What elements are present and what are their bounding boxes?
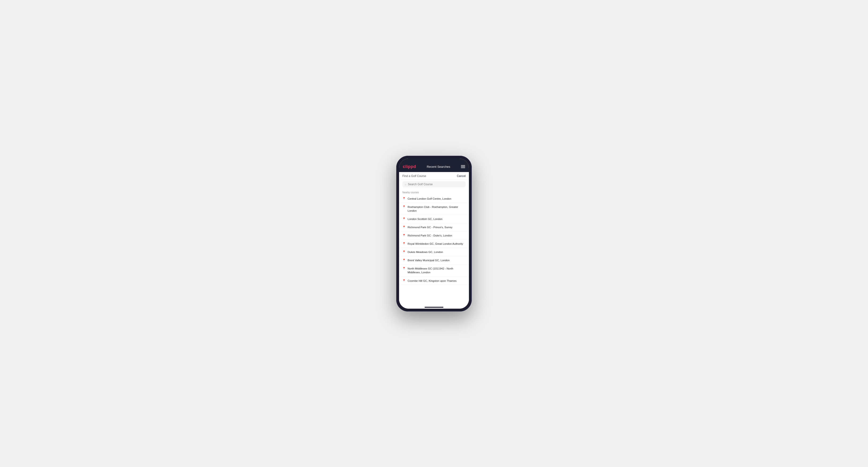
location-icon: 📍 <box>402 217 406 220</box>
location-icon: 📍 <box>402 242 406 245</box>
location-icon: 📍 <box>402 267 406 270</box>
search-input[interactable] <box>408 183 463 186</box>
course-name: Royal Wimbledon GC, Great London Authori… <box>408 242 463 246</box>
course-item[interactable]: 📍 Coombe Hill GC, Kingston upon Thames <box>399 277 469 285</box>
location-icon: 📍 <box>402 259 406 262</box>
course-item[interactable]: 📍 London Scottish GC, London <box>399 215 469 223</box>
course-name: Roehampton Club - Roehampton, Greater Lo… <box>408 205 466 213</box>
course-name: Brent Valley Municipal GC, London <box>408 258 450 262</box>
course-name: London Scottish GC, London <box>408 217 442 221</box>
course-name: Dukes Meadows GC, London <box>408 250 443 254</box>
course-item[interactable]: 📍 Central London Golf Centre, London <box>399 195 469 203</box>
course-item[interactable]: 📍 Richmond Park GC - Duke's, London <box>399 231 469 240</box>
app-logo: clippd <box>403 164 416 169</box>
location-icon: 📍 <box>402 226 406 229</box>
menu-icon[interactable] <box>461 165 465 168</box>
phone-screen: clippd Recent Searches Find a Golf Cours… <box>399 159 469 309</box>
course-item[interactable]: 📍 Royal Wimbledon GC, Great London Autho… <box>399 240 469 248</box>
header-title: Recent Searches <box>427 165 450 168</box>
menu-line-2 <box>461 166 465 167</box>
courses-list: 📍 Central London Golf Centre, London 📍 R… <box>399 195 469 285</box>
home-indicator <box>399 305 469 309</box>
course-item[interactable]: 📍 Brent Valley Municipal GC, London <box>399 256 469 264</box>
search-input-wrapper: ⌕ <box>402 181 466 187</box>
location-icon: 📍 <box>402 205 406 208</box>
search-icon: ⌕ <box>405 183 406 186</box>
course-name: North Middlesex GC (1011942 - North Midd… <box>408 267 466 274</box>
find-bar: Find a Golf Course Cancel <box>399 172 469 180</box>
course-name: Richmond Park GC - Duke's, London <box>408 234 452 238</box>
nearby-section-label: Nearby courses <box>399 189 469 195</box>
course-item[interactable]: 📍 Richmond Park GC - Prince's, Surrey <box>399 223 469 231</box>
cancel-button[interactable]: Cancel <box>457 175 466 178</box>
menu-line-3 <box>461 167 465 168</box>
course-name: Richmond Park GC - Prince's, Surrey <box>408 225 453 229</box>
location-icon: 📍 <box>402 197 406 200</box>
app-header: clippd Recent Searches <box>399 162 469 172</box>
course-item[interactable]: 📍 North Middlesex GC (1011942 - North Mi… <box>399 264 469 277</box>
course-item[interactable]: 📍 Roehampton Club - Roehampton, Greater … <box>399 203 469 215</box>
phone-frame: clippd Recent Searches Find a Golf Cours… <box>396 156 472 311</box>
courses-section: Nearby courses 📍 Central London Golf Cen… <box>399 189 469 305</box>
course-name: Coombe Hill GC, Kingston upon Thames <box>408 279 457 283</box>
status-bar <box>399 159 469 162</box>
search-container: ⌕ <box>399 180 469 189</box>
course-item[interactable]: 📍 Dukes Meadows GC, London <box>399 248 469 256</box>
location-icon: 📍 <box>402 250 406 253</box>
course-name: Central London Golf Centre, London <box>408 197 451 200</box>
find-bar-title: Find a Golf Course <box>402 175 426 178</box>
location-icon: 📍 <box>402 279 406 282</box>
home-bar <box>425 307 443 308</box>
location-icon: 📍 <box>402 234 406 237</box>
menu-line-1 <box>461 165 465 166</box>
